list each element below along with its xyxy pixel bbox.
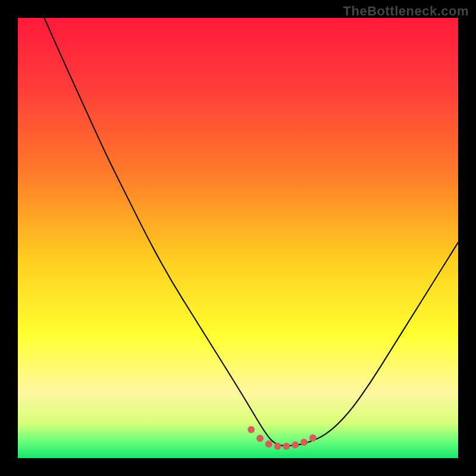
marker-dot bbox=[256, 435, 264, 442]
marker-dot bbox=[265, 440, 273, 447]
marker-dot bbox=[283, 443, 290, 450]
marker-dot bbox=[300, 439, 308, 446]
marker-dot bbox=[292, 441, 299, 449]
marker-dot bbox=[309, 434, 317, 441]
plot-svg bbox=[18, 18, 458, 458]
plot-area bbox=[18, 18, 458, 458]
watermark-text: TheBottleneck.com bbox=[343, 4, 469, 19]
gradient-background bbox=[18, 18, 458, 458]
marker-dot bbox=[248, 426, 255, 433]
marker-dot bbox=[274, 443, 281, 450]
chart-container: TheBottleneck.com bbox=[0, 0, 476, 476]
